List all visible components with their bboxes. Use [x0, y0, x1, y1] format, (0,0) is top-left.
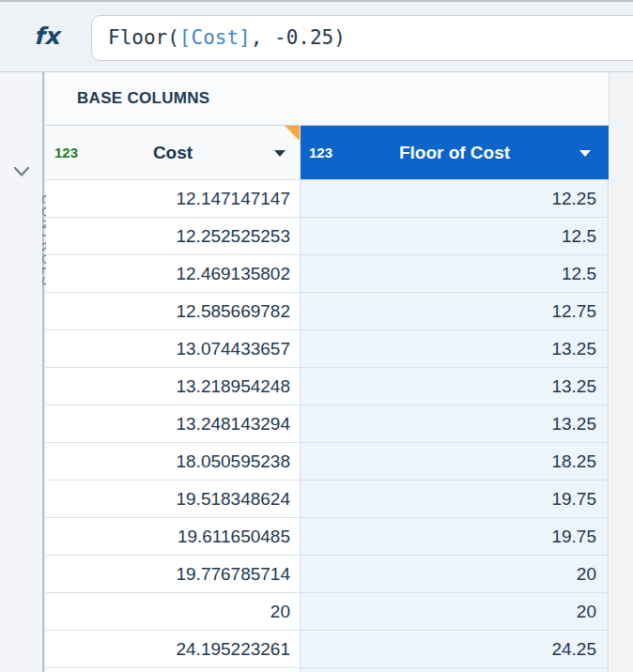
cell-cost: 12.147147147 [46, 180, 301, 217]
table-body: 12.147147147 12.25 12.252525253 12.5 12.… [46, 180, 610, 672]
table-row: 12.252525253 12.5 [46, 218, 610, 255]
table-row: 12.585669782 12.75 [46, 293, 610, 330]
cell-floor: 19.75 [301, 518, 609, 555]
column-header-floor-of-cost[interactable]: 123 Floor of Cost [301, 126, 609, 179]
cell-cost: 12.469135802 [46, 255, 301, 292]
cell-cost: 13.248143294 [46, 405, 301, 442]
cell-floor [301, 668, 609, 672]
cell-cost: 12.252525253 [46, 218, 301, 254]
column-header-row: 123 Cost 123 Floor of Cost [46, 126, 610, 180]
cell-floor: 12.25 [301, 180, 609, 217]
base-columns-header: BASE COLUMNS [46, 72, 610, 126]
column-menu-caret-icon[interactable] [579, 150, 591, 157]
formula-column-reference: [Cost] [179, 26, 251, 49]
cell-cost: 19.611650485 [46, 518, 301, 555]
cell-floor: 19.75 [301, 481, 609, 517]
cell-floor: 20 [301, 593, 609, 630]
cell-floor: 24.25 [301, 631, 609, 667]
cell-cost: 13.074433657 [46, 330, 301, 367]
numeric-type-icon: 123 [309, 145, 332, 160]
table-row: 19.776785714 20 [46, 556, 610, 593]
table-row: 12.469135802 12.5 [46, 255, 610, 293]
cell-floor: 20 [301, 556, 609, 592]
table-row: 13.074433657 13.25 [46, 330, 610, 368]
cell-cost: 18.050595238 [46, 443, 301, 480]
cell-floor: 12.75 [301, 293, 609, 329]
cell-floor: 12.5 [301, 218, 609, 254]
cell-cost: 12.585669782 [46, 293, 301, 329]
cell-floor: 13.25 [301, 405, 609, 442]
cell-cost: 19.776785714 [46, 556, 301, 592]
cell-floor: 13.25 [301, 368, 609, 405]
formula-input[interactable]: Floor([Cost], -0.25) [91, 15, 633, 61]
table-row: 19.518348624 19.75 [46, 481, 610, 518]
cell-cost: 24.195223261 [46, 631, 301, 667]
cell-cost: 19.518348624 [46, 481, 301, 517]
chevron-down-icon[interactable] [13, 166, 30, 177]
cell-floor: 12.5 [301, 255, 609, 292]
cell-cost [46, 668, 301, 672]
cell-cost: 20 [46, 593, 301, 630]
app-window: { "formula_bar": { "fx_label": "fx", "fo… [0, 0, 633, 672]
cell-floor: 13.25 [301, 330, 609, 367]
formula-bar: fx Floor([Cost], -0.25) [0, 0, 633, 72]
column-header-cost[interactable]: 123 Cost [46, 126, 301, 179]
column-label-cost: Cost [46, 143, 300, 163]
formula-args-text: , -0.25) [251, 26, 346, 49]
numeric-type-icon: 123 [54, 145, 78, 160]
formula-function-text: Floor( [108, 26, 179, 49]
fx-icon: fx [34, 23, 59, 50]
table-row: 13.248143294 13.25 [46, 405, 610, 443]
data-table: BASE COLUMNS 123 Cost 123 Floor of Cost … [46, 72, 610, 672]
formula-source-flag-icon [285, 126, 300, 141]
table-row: 18.050595238 18.25 [46, 443, 610, 481]
column-label-floor-of-cost: Floor of Cost [301, 143, 609, 163]
table-row: 19.611650485 19.75 [46, 518, 610, 556]
column-menu-caret-icon[interactable] [274, 150, 286, 157]
table-row: 20 20 [46, 593, 610, 631]
cell-floor: 18.25 [301, 443, 609, 480]
cell-cost: 13.218954248 [46, 368, 301, 405]
table-row: 13.218954248 13.25 [46, 368, 610, 405]
table-row-partial [46, 668, 610, 672]
table-row: 12.147147147 12.25 [46, 180, 610, 218]
controls-panel: CONTROLS [0, 72, 44, 672]
table-row: 24.195223261 24.25 [46, 631, 610, 668]
